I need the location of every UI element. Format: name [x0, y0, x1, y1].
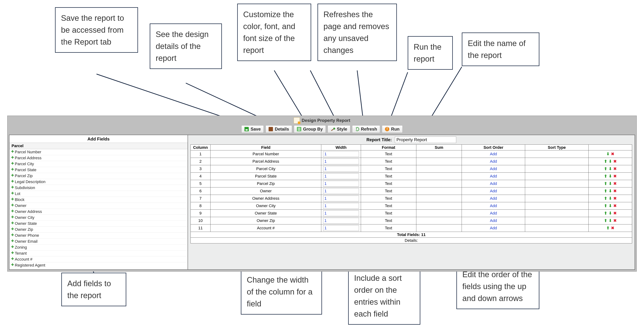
field-item[interactable]: ✚Registered Agent	[10, 262, 188, 268]
callout-addfields: Add fields to the report	[61, 273, 126, 306]
cell-format[interactable]: Text	[361, 150, 416, 158]
save-button[interactable]: Save	[241, 125, 264, 133]
move-up-icon[interactable]: ⬆	[603, 189, 608, 193]
sortorder-add-link[interactable]: Add	[490, 181, 497, 186]
move-down-icon[interactable]: ⬇	[608, 189, 612, 193]
grid-row: 9Owner StateTextAdd⬆⬇✖	[191, 210, 632, 217]
field-item[interactable]: ✚Parcel City	[10, 161, 188, 167]
cell-format[interactable]: Text	[361, 158, 416, 165]
width-input[interactable]	[323, 166, 359, 172]
field-item[interactable]: ✚Block	[10, 197, 188, 203]
cell-sorttype	[525, 173, 588, 180]
field-group-parcel[interactable]: Parcel	[10, 143, 188, 149]
details-button[interactable]: Details	[266, 125, 292, 133]
remove-icon[interactable]: ✖	[612, 189, 617, 193]
cell-actions: ⬆⬇✖	[588, 158, 632, 165]
remove-icon[interactable]: ✖	[612, 196, 617, 201]
field-item[interactable]: ✚Parcel State	[10, 167, 188, 173]
move-up-icon[interactable]: ⬆	[603, 166, 608, 171]
width-input[interactable]	[323, 203, 359, 209]
width-input[interactable]	[323, 181, 359, 187]
sortorder-add-link[interactable]: Add	[490, 196, 497, 201]
move-down-icon[interactable]: ⬇	[608, 174, 612, 179]
sortorder-add-link[interactable]: Add	[490, 226, 497, 230]
remove-icon[interactable]: ✖	[612, 203, 617, 208]
move-down-icon[interactable]: ⬇	[606, 152, 610, 156]
field-item[interactable]: ✚Legal Description	[10, 179, 188, 185]
sortorder-add-link[interactable]: Add	[490, 218, 497, 223]
move-up-icon[interactable]: ⬆	[603, 196, 608, 201]
field-item[interactable]: ✚Zoning	[10, 244, 188, 250]
field-item[interactable]: ✚Parcel Zip	[10, 173, 188, 179]
remove-icon[interactable]: ✖	[612, 181, 617, 186]
sortorder-add-link[interactable]: Add	[490, 189, 497, 193]
move-down-icon[interactable]: ⬇	[608, 181, 612, 186]
field-item[interactable]: ✚Owner Email	[10, 238, 188, 244]
width-input[interactable]	[323, 225, 359, 231]
style-icon	[331, 127, 335, 131]
sortorder-add-link[interactable]: Add	[490, 152, 497, 156]
cell-format[interactable]: Text	[361, 202, 416, 210]
cell-sortorder: Add	[462, 150, 525, 158]
cell-format[interactable]: Text	[361, 224, 416, 232]
cell-format[interactable]: Text	[361, 187, 416, 195]
groupby-button[interactable]: Group By	[294, 125, 326, 133]
width-input[interactable]	[323, 188, 359, 194]
field-item[interactable]: ✚Parcel Address	[10, 155, 188, 161]
field-item[interactable]: ✚Owner Phone	[10, 233, 188, 238]
width-input[interactable]	[323, 151, 359, 157]
move-down-icon[interactable]: ⬇	[608, 218, 612, 223]
sortorder-add-link[interactable]: Add	[490, 203, 497, 208]
sortorder-add-link[interactable]: Add	[490, 166, 497, 171]
width-input[interactable]	[323, 196, 359, 201]
move-down-icon[interactable]: ⬇	[608, 203, 612, 208]
cell-format[interactable]: Text	[361, 165, 416, 173]
remove-icon[interactable]: ✖	[610, 226, 615, 230]
remove-icon[interactable]: ✖	[612, 174, 617, 179]
move-down-icon[interactable]: ⬇	[608, 196, 612, 201]
field-item[interactable]: ✚Owner Address	[10, 209, 188, 215]
cell-format[interactable]: Text	[361, 180, 416, 187]
move-up-icon[interactable]: ⬆	[603, 159, 608, 164]
move-up-icon[interactable]: ⬆	[603, 218, 608, 223]
cell-field: Owner City	[210, 202, 321, 210]
report-title-input[interactable]	[395, 137, 456, 143]
move-up-icon[interactable]: ⬆	[603, 211, 608, 216]
field-item[interactable]: ✚Lot	[10, 191, 188, 197]
remove-icon[interactable]: ✖	[612, 211, 617, 216]
field-item[interactable]: ✚Owner State	[10, 221, 188, 227]
width-input[interactable]	[323, 173, 359, 179]
cell-format[interactable]: Text	[361, 195, 416, 202]
field-item[interactable]: ✚Owner City	[10, 215, 188, 221]
field-item[interactable]: ✚Owner Zip	[10, 227, 188, 233]
move-up-icon[interactable]: ⬆	[603, 181, 608, 186]
remove-icon[interactable]: ✖	[612, 218, 617, 223]
move-down-icon[interactable]: ⬇	[608, 166, 612, 171]
cell-format[interactable]: Text	[361, 173, 416, 180]
move-up-icon[interactable]: ⬆	[606, 226, 610, 230]
field-item[interactable]: ✚Account #	[10, 256, 188, 262]
sortorder-add-link[interactable]: Add	[490, 211, 497, 215]
run-button[interactable]: Run	[382, 125, 403, 133]
field-item[interactable]: ✚Parcel Number	[10, 149, 188, 155]
width-input[interactable]	[323, 218, 359, 224]
remove-icon[interactable]: ✖	[610, 152, 615, 156]
remove-icon[interactable]: ✖	[612, 159, 617, 164]
move-up-icon[interactable]: ⬆	[603, 174, 608, 179]
cell-format[interactable]: Text	[361, 217, 416, 224]
move-down-icon[interactable]: ⬇	[608, 159, 612, 164]
sortorder-add-link[interactable]: Add	[490, 159, 497, 164]
cell-format[interactable]: Text	[361, 210, 416, 217]
field-item[interactable]: ✚Subdivision	[10, 185, 188, 191]
field-item[interactable]: ✚Owner	[10, 203, 188, 209]
sortorder-add-link[interactable]: Add	[490, 174, 497, 178]
field-item[interactable]: ✚Tenant	[10, 250, 188, 256]
refresh-button[interactable]: Refresh	[352, 125, 380, 133]
style-button[interactable]: Style	[328, 125, 350, 133]
width-input[interactable]	[323, 159, 359, 164]
move-down-icon[interactable]: ⬇	[608, 211, 612, 216]
plus-icon: ✚	[11, 228, 14, 230]
remove-icon[interactable]: ✖	[612, 166, 617, 171]
move-up-icon[interactable]: ⬆	[603, 203, 608, 208]
width-input[interactable]	[323, 210, 359, 216]
